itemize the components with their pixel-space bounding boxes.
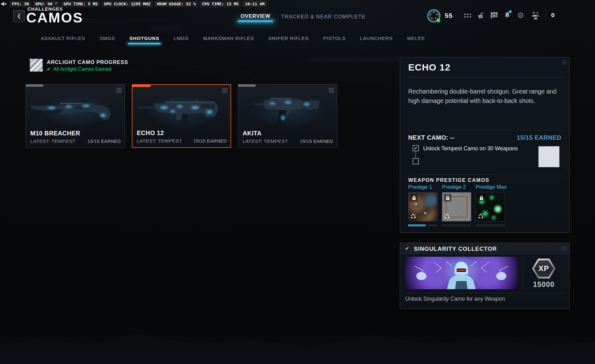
weapon-category-tabs: ASSAULT RIFLES SMGS SHOTGUNS LMGS MARKSM… — [41, 36, 425, 41]
card-corner-tab — [132, 84, 151, 87]
arclight-status-text: All Arclight Camos Earned — [53, 66, 112, 72]
lock-icon — [479, 196, 483, 200]
weapon-image-akita — [241, 90, 335, 131]
xp-label: XP — [538, 264, 549, 273]
check-icon: ✓ — [405, 245, 409, 251]
tab-pistols[interactable]: PISTOLS — [323, 36, 346, 41]
prestige-max-camo-thumbnail[interactable] — [476, 192, 505, 221]
weapon-latest-camo: LATEST: TEMPEST — [137, 138, 182, 144]
prestige-max-column: Prestige Max — [476, 184, 506, 226]
prestige-1-label: Prestige 1 — [408, 184, 438, 190]
challenge-scrollbar[interactable] — [419, 169, 498, 171]
divider — [408, 130, 561, 130]
tab-assault-rifles[interactable]: ASSAULT RIFLES — [41, 36, 85, 41]
weapon-card-m10-breacher[interactable]: M10 BREACHER LATEST: TEMPEST 15/15 EARNE… — [26, 84, 125, 148]
arclight-title: ARCLIGHT CAMO PROGRESS — [47, 59, 128, 65]
unlocked-padlock-icon — [477, 12, 485, 19]
arclight-status: ✔ All Arclight Camos Earned — [47, 66, 111, 72]
divider — [405, 293, 564, 293]
lock-chip — [444, 194, 451, 201]
weapon-description: Rechambering double-barrel shotgun. Grea… — [408, 87, 559, 105]
social-button[interactable] — [531, 11, 541, 19]
collector-title: SINGULARITY COLLECTOR — [414, 245, 497, 252]
cycle-icon — [410, 213, 416, 220]
voice-chat-button[interactable] — [489, 11, 499, 19]
arclight-camo-thumbnail — [30, 59, 43, 72]
tempest-camo-swatch[interactable] — [538, 146, 559, 167]
tab-overview[interactable]: OVERVIEW — [239, 13, 272, 19]
gpu-clock-readout: GPU CLOCK: 1295 MHZ — [102, 1, 153, 7]
apps-grid-button[interactable] — [462, 11, 472, 19]
tab-overview-underline — [238, 21, 273, 22]
xp-reward-value: 15000 — [528, 280, 560, 289]
weapon-image-m10-breacher — [29, 90, 122, 131]
tab-marksman-rifles[interactable]: MARKSMAN RIFLES — [203, 36, 254, 41]
panel-dots-icon — [562, 246, 567, 250]
prestige-2-progressbar — [442, 224, 471, 226]
notification-dot — [509, 10, 512, 13]
apps-grid-icon — [463, 13, 471, 18]
tab-shotguns[interactable]: SHOTGUNS — [129, 36, 159, 41]
xp-badge-inner: XP — [534, 260, 554, 277]
divider — [408, 174, 561, 175]
online-check-badge: ✓ — [436, 18, 440, 22]
lock-chip — [410, 194, 418, 201]
earned-count-label: 15/15 EARNED — [517, 134, 561, 141]
divider — [523, 257, 523, 289]
background-fade — [0, 320, 595, 364]
tab-lmgs[interactable]: LMGS — [174, 36, 189, 41]
lock-chip — [478, 194, 485, 201]
party-count: 0 — [549, 12, 557, 19]
check-icon: ✓ — [414, 145, 418, 151]
prestige-2-camo-thumbnail[interactable] — [442, 192, 471, 221]
muted-speaker-icon — [1, 1, 7, 7]
glitch-decoration — [311, 57, 399, 61]
singularity-camo-art — [405, 257, 518, 289]
xp-badge-hexagon: XP — [532, 258, 556, 279]
singularity-figure-art — [405, 257, 518, 289]
challenge-label: Unlock Tempest Camo on 30 Weapons — [423, 145, 518, 152]
card-corner-tab — [238, 84, 255, 87]
tab-smgs[interactable]: SMGS — [100, 36, 115, 41]
detail-weapon-title: ECHO 12 — [408, 62, 450, 73]
panel-dots-icon — [562, 60, 567, 65]
settings-button[interactable]: ⚙ — [516, 11, 526, 19]
weapon-name: AKITA — [243, 130, 262, 137]
tab-tracked-near-complete[interactable]: TRACKED & NEAR COMPLETE — [281, 14, 366, 20]
prestige-2-column: Prestige 2 — [442, 184, 472, 226]
check-icon: ✔ — [47, 66, 51, 72]
weapon-earned-count: 15/15 EARNED — [300, 139, 333, 144]
tab-melee[interactable]: MELEE — [407, 36, 425, 41]
prestige-max-progressbar — [476, 224, 505, 226]
xp-reward-badge: XP — [528, 257, 560, 280]
star-icon: ✦ — [431, 17, 433, 20]
gear-icon: ⚙ — [517, 12, 524, 19]
unlocks-button[interactable] — [476, 11, 486, 19]
singularity-collector-panel[interactable]: ✓ SINGULARITY COLLECTOR — [400, 243, 570, 309]
divider — [546, 8, 546, 19]
notifications-button[interactable] — [502, 11, 512, 19]
prestige-1-camo-thumbnail[interactable] — [408, 192, 438, 221]
weapon-earned-count: 15/15 EARNED — [193, 138, 227, 143]
player-rank-emblem[interactable]: ✦ ✦ ✦ ✦ ✦ ✓ — [427, 9, 440, 22]
cycle-icon — [444, 213, 450, 220]
challenge-connector — [415, 151, 416, 158]
tab-launchers[interactable]: LAUNCHERS — [360, 36, 393, 41]
glitch-decoration — [74, 18, 209, 23]
weapon-card-echo-12[interactable]: ECHO 12 LATEST: TEMPEST 15/15 EARNED — [132, 84, 231, 148]
challenge-checkbox-complete[interactable]: ✓ — [413, 145, 419, 151]
back-button[interactable] — [13, 10, 25, 22]
chevron-left-icon — [17, 13, 21, 19]
prestige-1-column: Prestige 1 — [408, 184, 438, 226]
weapon-card-list: M10 BREACHER LATEST: TEMPEST 15/15 EARNE… — [26, 84, 337, 148]
cpu-time-readout: CPU TIME: 13 MS — [200, 1, 241, 7]
star-icon: ✦ — [433, 11, 435, 14]
camos-screen: FPS: 30 GPU: 50 ° GPU TIME: 5 MS GPU CLO… — [0, 0, 595, 364]
weapon-card-akita[interactable]: AKITA LATEST: TEMPEST 15/15 EARNED — [238, 84, 337, 148]
prestige-1-progress-fill — [408, 224, 426, 226]
vram-usage-readout: VRAM USAGE: 52 % — [154, 1, 198, 7]
prestige-2-label: Prestige 2 — [442, 184, 472, 190]
tab-sniper-rifles[interactable]: SNIPER RIFLES — [268, 36, 309, 41]
prestige-1-progressbar — [408, 224, 438, 226]
challenge-checkbox-next[interactable] — [413, 158, 419, 164]
